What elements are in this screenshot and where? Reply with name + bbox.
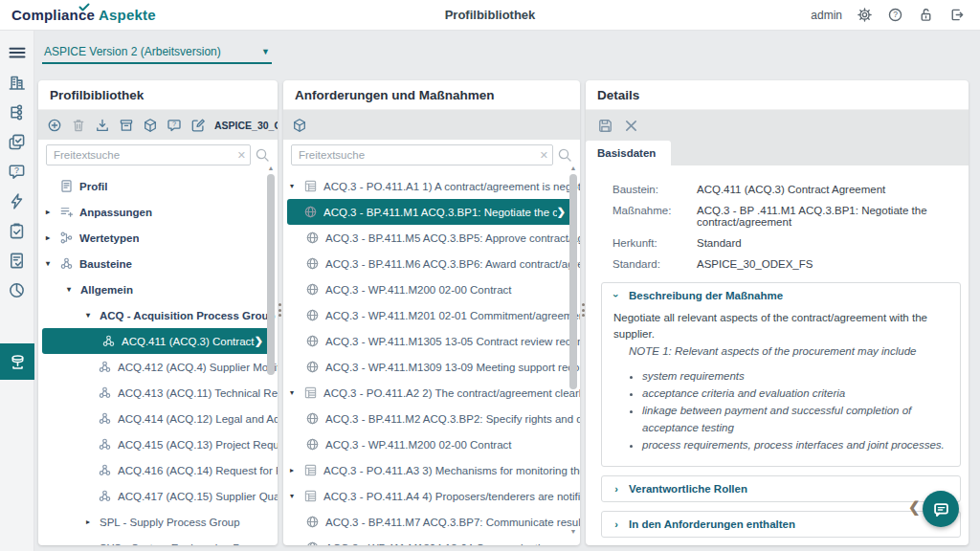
tab-basisdaten[interactable]: Basisdaten — [586, 141, 671, 165]
tree-item-14[interactable]: ▸SYS - System Engineering Process Group — [38, 535, 278, 545]
archive-icon[interactable] — [119, 118, 134, 133]
arrow-collapsed-icon[interactable]: ▸ — [46, 233, 59, 242]
gear-icon[interactable] — [857, 7, 873, 23]
version-select-value: ASPICE Version 2 (Arbeitsversion) — [44, 45, 221, 58]
database-icon-active[interactable] — [0, 343, 34, 380]
trash-icon[interactable] — [71, 118, 86, 133]
modules-icon — [98, 360, 112, 374]
add-circle-icon[interactable] — [47, 118, 62, 133]
requirement-item-7[interactable]: ACQ.3 - WP.411.M1309 13-09 Meeting suppo… — [283, 354, 580, 380]
measure-sphere-icon — [305, 282, 320, 297]
section-in-requirements-header[interactable]: › In den Anforderungen enthalten — [602, 512, 960, 537]
version-select[interactable]: ASPICE Version 2 (Arbeitsversion) ▼ — [42, 42, 272, 64]
tree-item-11[interactable]: ACQ.416 (ACQ.14) Request for Propo… — [38, 457, 278, 483]
requirement-item-3[interactable]: ACQ.3 - BP.411.M6 ACQ.3.BP6: Award contr… — [283, 251, 580, 276]
workflow-icon[interactable] — [8, 103, 26, 121]
tree-item-4[interactable]: ▾Allgemein — [38, 276, 278, 302]
arrow-collapsed-icon[interactable]: ▸ — [86, 543, 100, 545]
scroll-up-icon[interactable]: ▲ — [268, 165, 275, 172]
section-description-header[interactable]: › Beschreibung der Maßnahme — [602, 283, 960, 308]
clear-icon[interactable]: ✕ — [237, 149, 246, 162]
building-icon[interactable] — [8, 74, 26, 92]
open-detail-chevron-icon[interactable]: ❯ — [557, 206, 566, 218]
requirement-item-label: ACQ.3 - BP.411.M5 ACQ.3.BP5: Approve con… — [325, 232, 580, 244]
search-icon[interactable] — [557, 147, 572, 163]
arrow-expanded-icon[interactable]: ▾ — [290, 492, 303, 500]
help-icon[interactable] — [887, 7, 903, 23]
profile-scrollbar[interactable]: ▲ — [266, 165, 276, 536]
arrow-collapsed-icon[interactable]: ▸ — [86, 518, 100, 526]
chevron-collapsed-icon: › — [612, 518, 621, 530]
requirement-item-12[interactable]: ▾ACQ.3 - PO.411.A4 4) Proposers/tenderer… — [283, 483, 580, 509]
search-icon[interactable] — [255, 147, 270, 163]
standard-select[interactable]: ASPICE_30_ODEX_FS ⌄ — [214, 120, 278, 131]
requirement-item-4[interactable]: ACQ.3 - WP.411.M200 02-00 Contract — [283, 276, 580, 302]
clear-icon[interactable]: ✕ — [540, 149, 548, 162]
cube-icon[interactable] — [143, 118, 158, 133]
requirement-item-1[interactable]: ACQ.3 - BP.411.M1 ACQ.3.BP1: Negotiate t… — [287, 199, 574, 225]
collapse-panel-chevron[interactable]: ❮ — [908, 498, 921, 516]
chevron-collapsed-icon: › — [612, 483, 621, 495]
arrow-collapsed-icon[interactable]: ▸ — [290, 466, 303, 474]
requirement-item-2[interactable]: ACQ.3 - BP.411.M5 ACQ.3.BP5: Approve con… — [283, 225, 580, 251]
requirement-item-11[interactable]: ▸ACQ.3 - PO.411.A3 3) Mechanisms for mon… — [283, 457, 580, 483]
arrow-expanded-icon[interactable]: ▾ — [86, 311, 100, 320]
requirement-item-6[interactable]: ACQ.3 - WP.411.M1305 13-05 Contract revi… — [283, 328, 580, 354]
clipboard-check-icon[interactable] — [8, 222, 26, 240]
close-icon[interactable] — [623, 118, 639, 134]
requirement-item-8[interactable]: ▾ACQ.3 - PO.411.A2 2) The contract/agree… — [283, 380, 580, 406]
download-icon[interactable] — [95, 118, 110, 133]
section-description: › Beschreibung der Maßnahme Negotiate al… — [601, 282, 961, 467]
tree-item-3[interactable]: ▾Bausteine — [38, 251, 278, 276]
arrow-collapsed-icon[interactable]: ▸ — [46, 208, 59, 216]
panel-splitter[interactable] — [278, 303, 282, 317]
save-icon[interactable] — [597, 118, 613, 134]
tree-item-1[interactable]: ▸Anpassungen — [38, 199, 278, 225]
tree-item-6[interactable]: ACQ.411 (ACQ.3) Contract Agree…❯ — [42, 328, 272, 354]
requirements-scrollbar[interactable]: ▲ ▼ — [568, 165, 578, 536]
tree-item-0[interactable]: Profil — [38, 173, 278, 199]
lightning-icon[interactable] — [8, 192, 26, 210]
tree-item-13[interactable]: ▸SPL - Supply Process Group — [38, 509, 278, 535]
requirement-item-14[interactable]: ACQ.3 - WP.411.M1304 13-04 Communication… — [283, 535, 580, 545]
comment-question-icon[interactable] — [8, 163, 26, 181]
pie-chart-icon[interactable] — [8, 281, 26, 299]
comment-question-icon[interactable] — [167, 118, 182, 133]
cube-icon[interactable] — [292, 118, 307, 133]
requirement-item-5[interactable]: ACQ.3 - WP.411.M201 02-01 Commitment/agr… — [283, 302, 580, 328]
scroll-up-icon[interactable]: ▲ — [570, 165, 577, 172]
tree-item-7[interactable]: ACQ.412 (ACQ.4) Supplier Monitoring — [38, 354, 278, 380]
scroll-down-icon[interactable]: ▼ — [570, 528, 577, 536]
tree-item-2[interactable]: ▸Wertetypen — [38, 225, 278, 251]
arrow-expanded-icon[interactable]: ▾ — [290, 388, 303, 397]
logout-icon[interactable] — [948, 7, 965, 23]
menu-icon[interactable] — [8, 43, 27, 62]
tree-item-10[interactable]: ACQ.415 (ACQ.13) Project Requireme… — [38, 431, 278, 457]
chat-button[interactable] — [923, 491, 959, 527]
section-roles-header[interactable]: › Verantwortliche Rollen — [602, 476, 960, 501]
requirement-item-0[interactable]: ▾ACQ.3 - PO.411.A1 1) A contract/agreeme… — [283, 173, 580, 199]
profile-search-input[interactable] — [46, 144, 251, 165]
requirements-search-input[interactable] — [291, 144, 553, 165]
document-check-icon[interactable] — [8, 252, 26, 270]
requirement-item-label: ACQ.3 - PO.411.A3 3) Mechanisms for moni… — [323, 465, 580, 476]
tree-item-5[interactable]: ▾ACQ - Acquisition Process Group — [38, 302, 278, 328]
edit-icon[interactable] — [190, 118, 206, 133]
chat-icon — [932, 500, 950, 518]
requirement-item-10[interactable]: ACQ.3 - WP.411.M200 02-00 Contract — [283, 431, 580, 457]
arrow-expanded-icon[interactable]: ▾ — [67, 285, 80, 294]
requirement-item-13[interactable]: ACQ.3 - BP.411.M7 ACQ.3.BP7: Communicate… — [283, 509, 580, 535]
arrow-expanded-icon[interactable]: ▾ — [290, 182, 303, 190]
tree-item-9[interactable]: ACQ.414 (ACQ.12) Legal and Adminis… — [38, 406, 278, 431]
caret-down-icon: ▼ — [261, 47, 270, 56]
copy-check-icon[interactable] — [8, 133, 26, 151]
requirement-item-9[interactable]: ACQ.3 - BP.411.M2 ACQ.3.BP2: Specify rig… — [283, 406, 580, 431]
measure-sphere-icon — [305, 334, 320, 348]
arrow-expanded-icon[interactable]: ▾ — [46, 259, 59, 268]
tree-item-12[interactable]: ACQ.417 (ACQ.15) Supplier Qualificat… — [38, 483, 278, 509]
open-detail-chevron-icon[interactable]: ❯ — [255, 335, 263, 347]
scrollbar-thumb[interactable] — [569, 174, 577, 389]
lock-open-icon[interactable] — [918, 7, 934, 23]
scrollbar-thumb[interactable] — [267, 174, 275, 375]
tree-item-8[interactable]: ACQ.413 (ACQ.11) Technical Require… — [38, 380, 278, 406]
